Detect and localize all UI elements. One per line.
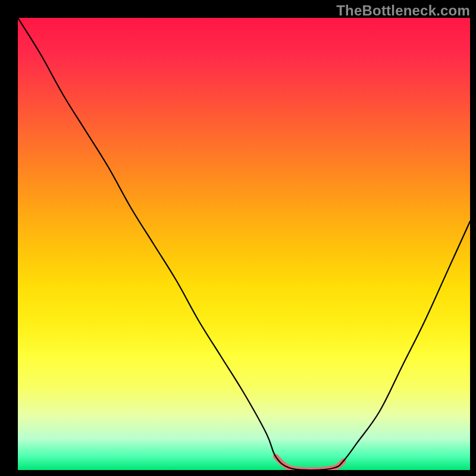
plot-area	[18, 18, 470, 470]
watermark-text: TheBottleneck.com	[336, 2, 470, 19]
curve-svg	[18, 18, 470, 470]
bottleneck-curve	[18, 18, 470, 470]
chart-container: TheBottleneck.com	[0, 0, 476, 476]
